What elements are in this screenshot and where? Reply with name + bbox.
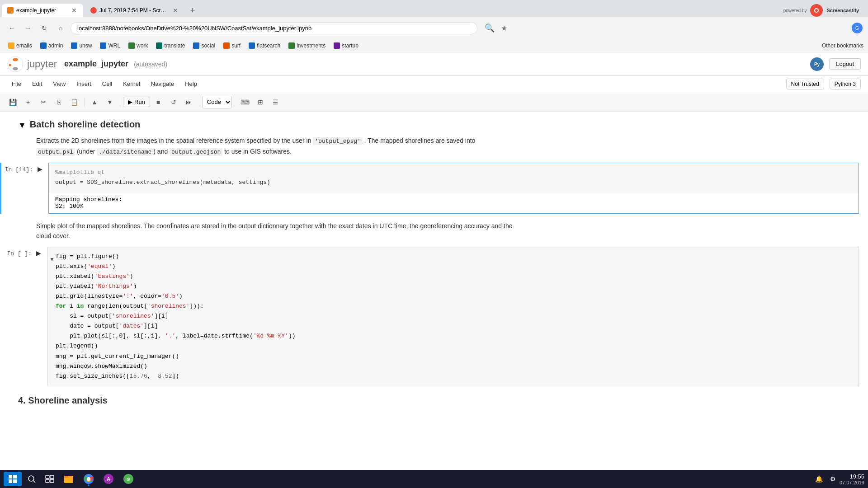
- menu-file[interactable]: File: [7, 79, 26, 89]
- new-tab-button[interactable]: +: [186, 4, 199, 17]
- desc-text-1b: . The mapped shorelines are saved into: [363, 137, 476, 144]
- screencastify-icon: [810, 4, 823, 17]
- not-trusted-badge[interactable]: Not Trusted: [786, 79, 824, 89]
- bookmark-unsw[interactable]: unsw: [67, 42, 95, 50]
- bookmark-startup-icon: [334, 42, 340, 49]
- profile-icon[interactable]: G: [852, 23, 863, 33]
- run-button[interactable]: ▶ Run: [123, 97, 150, 107]
- notebook-title[interactable]: example_jupyter: [64, 59, 128, 69]
- cell-1-line-2: output = SDS_shoreline.extract_shoreline…: [55, 178, 852, 188]
- bookmark-wrl[interactable]: WRL: [96, 42, 124, 50]
- restart-button[interactable]: ↺: [166, 96, 181, 108]
- move-up-button[interactable]: ▲: [87, 96, 102, 108]
- bookmark-investments[interactable]: investments: [285, 42, 329, 50]
- move-down-button[interactable]: ▼: [103, 96, 117, 108]
- bookmark-emails-icon: [8, 42, 14, 49]
- add-cell-button[interactable]: +: [21, 96, 35, 108]
- bookmark-surf-icon: [223, 42, 230, 49]
- menu-view[interactable]: View: [48, 79, 70, 89]
- menu-navigate[interactable]: Navigate: [146, 79, 179, 89]
- code-line-6: for i in range(len(output['shorelines'])…: [56, 301, 852, 311]
- bookmark-emails[interactable]: emails: [5, 42, 36, 50]
- code-line-8: date = output['dates'][i]: [56, 321, 852, 331]
- section-title: Batch shoreline detection: [30, 119, 141, 130]
- command-palette-button[interactable]: ⊞: [253, 96, 268, 108]
- tab-active[interactable]: example_jupyter ✕: [2, 4, 83, 17]
- cell-1-output-line-1: Mapping shorelines:: [55, 196, 852, 203]
- forward-button[interactable]: →: [22, 22, 34, 34]
- tab-close-screencast[interactable]: ✕: [172, 6, 179, 15]
- desc-text-1d: ) and: [153, 148, 170, 155]
- cell-1-prompt: In [14]:: [1, 163, 38, 173]
- paste-button[interactable]: 📋: [67, 96, 81, 108]
- home-button[interactable]: ⌂: [54, 22, 67, 34]
- cell-2-code[interactable]: fig = plt.figure() plt.axis('equal') plt…: [47, 247, 859, 386]
- save-button[interactable]: 💾: [5, 96, 20, 108]
- svg-point-3: [13, 58, 18, 61]
- menu-insert[interactable]: Insert: [72, 79, 96, 89]
- cell-2-container: In [ ]: ▶ ▼ fig = plt.figure() plt.axis(…: [0, 247, 868, 386]
- tab-screencast[interactable]: Jul 7, 2019 7:54 PM - Screencast... ✕: [85, 4, 184, 17]
- cell-1-output: Mapping shorelines: S2: 100%: [49, 192, 859, 213]
- interrupt-button[interactable]: ■: [151, 96, 165, 108]
- cell-1-run-button[interactable]: ▶: [38, 165, 42, 173]
- refresh-button[interactable]: ↻: [38, 22, 51, 34]
- bookmark-unsw-label: unsw: [79, 42, 92, 49]
- jupyter-text: jupyter: [27, 58, 57, 70]
- bookmark-translate[interactable]: translate: [152, 42, 189, 50]
- code-line-7: sl = output['shorelines'][i]: [56, 311, 852, 321]
- copy-button[interactable]: ⎘: [52, 96, 66, 108]
- tab-title-jupyter: example_jupyter: [16, 7, 68, 14]
- search-icon[interactable]: 🔍: [485, 23, 495, 33]
- star-bookmark-icon[interactable]: ★: [501, 24, 507, 33]
- cell-toolbar-button[interactable]: ☰: [269, 96, 283, 108]
- restart-run-button[interactable]: ⏭: [182, 96, 196, 108]
- cell-2-run-area: ▶: [36, 247, 47, 257]
- url-bar[interactable]: localhost:8888/notebooks/OneDrive%20-%20…: [71, 22, 477, 34]
- menu-kernel[interactable]: Kernel: [118, 79, 145, 89]
- section-4-heading: 4. Shoreline analysis: [0, 388, 868, 408]
- desc-text-2: Simple plot of the mapped shorelines. Th…: [36, 222, 512, 239]
- autosaved-label: (autosaved): [134, 61, 167, 68]
- bookmark-work[interactable]: work: [125, 42, 151, 50]
- other-bookmarks[interactable]: Other bookmarks: [822, 42, 863, 49]
- menu-edit[interactable]: Edit: [28, 79, 47, 89]
- bookmark-startup[interactable]: startup: [330, 42, 362, 50]
- cell-2-run-button[interactable]: ▶: [36, 249, 41, 257]
- bookmark-surf-label: surf: [231, 42, 241, 49]
- tab-favicon-jupyter: [7, 7, 14, 14]
- cell-1-run-area: ▶: [38, 163, 48, 173]
- desc-code-4: output.geojson: [170, 148, 222, 156]
- menu-help[interactable]: Help: [180, 79, 202, 89]
- back-button[interactable]: ←: [5, 22, 18, 34]
- cut-button[interactable]: ✂: [36, 96, 51, 108]
- url-text: localhost:8888/notebooks/OneDrive%20-%20…: [77, 25, 311, 32]
- code-line-9: plt.plot(sl[:,0], sl[:,1], '.', label=da…: [56, 331, 852, 341]
- code-line-2: plt.axis('equal'): [56, 262, 852, 272]
- cell-2-collapse-indicator[interactable]: ▼: [47, 256, 55, 263]
- section-description: Extracts the 2D shorelines from the imag…: [0, 132, 542, 161]
- menu-bar: File Edit View Insert Cell Kernel Naviga…: [0, 76, 868, 92]
- cell-1-code[interactable]: %matplotlib qt output = SDS_shoreline.ex…: [49, 163, 859, 192]
- collapse-section-button[interactable]: ▼: [18, 121, 26, 130]
- keyboard-shortcut-button[interactable]: ⌨: [238, 96, 252, 108]
- bookmark-social[interactable]: social: [189, 42, 219, 50]
- menu-cell[interactable]: Cell: [98, 79, 117, 89]
- desc-code-3: ./data/sitename: [97, 148, 153, 156]
- jupyter-header: jupyter example_jupyter (autosaved) Py L…: [0, 52, 868, 76]
- bookmark-admin[interactable]: admin: [37, 42, 67, 50]
- code-line-11: mng = plt.get_current_fig_manager(): [56, 352, 852, 361]
- bookmark-surf[interactable]: surf: [220, 42, 244, 50]
- cell-2-content: ▼ fig = plt.figure() plt.axis('equal') p…: [47, 247, 859, 386]
- bookmark-flatsearch-icon: [249, 42, 255, 49]
- bookmark-flatsearch[interactable]: flatsearch: [245, 42, 284, 50]
- desc-text-1e: to use in GIS softwares.: [222, 148, 292, 155]
- toolbar-divider-4: [235, 98, 235, 107]
- logout-button[interactable]: Logout: [829, 58, 861, 70]
- bookmarks-bar: emails admin unsw WRL work translate: [0, 39, 868, 52]
- svg-point-1: [815, 9, 818, 12]
- bookmark-admin-label: admin: [48, 42, 63, 49]
- cell-type-select[interactable]: Code: [202, 96, 232, 108]
- tab-close-jupyter[interactable]: ✕: [71, 6, 78, 15]
- address-bar: ← → ↻ ⌂ localhost:8888/notebooks/OneDriv…: [0, 17, 868, 39]
